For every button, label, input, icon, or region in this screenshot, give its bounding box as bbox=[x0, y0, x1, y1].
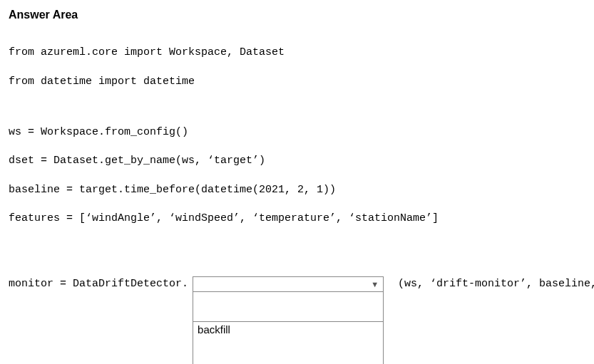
code-block: from azureml.core import Workspace, Data… bbox=[9, 31, 585, 364]
code-fragment: monitor = DataDriftDetector. bbox=[9, 276, 193, 292]
code-line: from datetime import datetime bbox=[9, 75, 585, 89]
code-line: baseline = target.time_before(datetime(2… bbox=[9, 183, 585, 197]
dropdown-options: backfill create_from_datasets create_fro… bbox=[193, 292, 384, 364]
code-line: features = [‘windAngle’, ‘windSpeed’, ‘t… bbox=[9, 212, 585, 226]
dropdown-option[interactable]: backfill bbox=[193, 321, 383, 338]
chevron-down-icon: ▼ bbox=[371, 281, 379, 288]
code-line: from azureml.core import Workspace, Data… bbox=[9, 46, 585, 60]
code-line-with-dropdown-1: monitor = DataDriftDetector. ▼ backfill … bbox=[9, 276, 585, 364]
code-fragment: (ws, ‘drift-monitor’, baseline, bbox=[384, 276, 594, 292]
answer-area-heading: Answer Area bbox=[9, 9, 585, 21]
dropdown-select[interactable]: ▼ bbox=[193, 276, 384, 292]
code-line: dset = Dataset.get_by_name(ws, ‘target’) bbox=[9, 154, 585, 168]
code-line: ws = Workspace.from_config() bbox=[9, 125, 585, 140]
method-dropdown-1[interactable]: ▼ backfill create_from_datasets create_f… bbox=[193, 276, 384, 364]
